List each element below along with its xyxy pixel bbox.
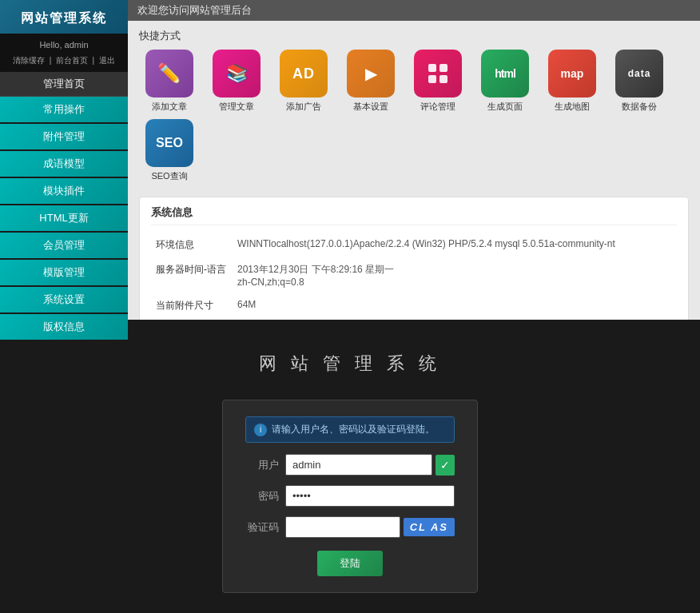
- sysinfo-env-label: 环境信息: [153, 233, 233, 257]
- sidebar-item-copyright[interactable]: 版权信息: [0, 314, 128, 340]
- quick-data-backup[interactable]: data 数据备份: [609, 50, 670, 113]
- sidebar-item-attachment[interactable]: 附件管理: [0, 124, 128, 149]
- sidebar-item-model[interactable]: 成语模型: [0, 151, 128, 177]
- sysinfo-section: 系统信息 环境信息 WINNTlocalhost(127.0.0.1)Apach…: [139, 197, 689, 320]
- sidebar-item-member[interactable]: 会员管理: [0, 233, 128, 258]
- manage-article-icon: 📚: [213, 50, 261, 98]
- login-captcha-field: 验证码 CL AS: [245, 516, 455, 538]
- sidebar: 网站管理系统 Hello, admin 清除缓存 | 前台首页 | 退出 管理首…: [0, 0, 128, 320]
- basic-settings-icon: ▶: [347, 50, 395, 98]
- sidebar-item-settings[interactable]: 系统设置: [0, 287, 128, 312]
- seo-icon: SEO: [145, 119, 193, 167]
- sysinfo-env-value: WINNTlocalhost(127.0.0.1)Apache/2.2.4 (W…: [234, 233, 675, 257]
- quick-manage-article[interactable]: 📚 管理文章: [206, 50, 267, 113]
- sidebar-user: Hello, admin 清除缓存 | 前台首页 | 退出: [0, 34, 128, 72]
- quick-icons-grid: ✏️ 添加文章 📚 管理文章 AD 添加广告: [139, 50, 689, 182]
- quick-access: 快捷方式 ✏️ 添加文章 📚 管理文章: [128, 21, 700, 190]
- gen-map-icon: map: [548, 50, 596, 98]
- quick-access-title: 快捷方式: [139, 29, 689, 43]
- sysinfo-time-label: 服务器时间-语言: [153, 258, 233, 293]
- clear-cache-link[interactable]: 清除缓存: [13, 56, 45, 65]
- quick-seo[interactable]: SEO SEO查询: [139, 119, 200, 182]
- gen-pages-icon: html: [481, 50, 529, 98]
- quick-gen-map[interactable]: map 生成地图: [542, 50, 603, 113]
- login-button[interactable]: 登陆: [317, 551, 383, 576]
- username-check-icon: ✓: [436, 455, 455, 476]
- sysinfo-size-value: 64M: [234, 294, 675, 317]
- sidebar-item-common[interactable]: 常用操作: [0, 97, 128, 122]
- sidebar-nav: 常用操作 附件管理 成语模型 模块插件 HTML更新 会员管理 模版管理 系统设…: [0, 97, 128, 340]
- data-backup-icon: data: [615, 50, 663, 98]
- sidebar-title: 网站管理系统: [0, 0, 128, 34]
- quick-basic-settings[interactable]: ▶ 基本设置: [340, 50, 401, 113]
- sysinfo-size-label: 当前附件尺寸: [153, 294, 233, 317]
- username-input-wrap: ✓: [285, 454, 455, 476]
- add-article-label: 添加文章: [152, 101, 187, 113]
- password-input[interactable]: [285, 485, 455, 507]
- frontend-link[interactable]: 前台首页: [56, 56, 88, 65]
- sysinfo-row-time: 服务器时间-语言 2013年12月30日 下午8:29:16 星期一 zh-CN…: [153, 258, 675, 293]
- captcha-input[interactable]: [285, 516, 400, 538]
- login-alert: i 请输入用户名、密码以及验证码登陆。: [245, 416, 455, 443]
- sysinfo-row-size: 当前附件尺寸 64M: [153, 294, 675, 317]
- comments-label: 评论管理: [420, 101, 455, 113]
- sysinfo-time-value: 2013年12月30日 下午8:29:16 星期一 zh-CN,zh;q=0.8: [234, 258, 675, 293]
- login-box: i 请输入用户名、密码以及验证码登陆。 用户 ✓ 密码 验证码 CL AS: [222, 400, 478, 593]
- sidebar-item-html[interactable]: HTML更新: [0, 205, 128, 231]
- sysinfo-row-env: 环境信息 WINNTlocalhost(127.0.0.1)Apache/2.2…: [153, 233, 675, 257]
- welcome-bar: 欢迎您访问网站管理后台: [128, 0, 700, 21]
- basic-settings-label: 基本设置: [353, 101, 388, 113]
- login-username-field: 用户 ✓: [245, 454, 455, 476]
- user-hello: Hello, admin: [8, 38, 120, 53]
- sidebar-item-plugin[interactable]: 模块插件: [0, 178, 128, 204]
- password-label: 密码: [245, 489, 285, 504]
- sidebar-item-template[interactable]: 模版管理: [0, 260, 128, 285]
- quick-gen-pages[interactable]: html 生成页面: [475, 50, 535, 113]
- comments-icon: [414, 50, 462, 98]
- sidebar-home-item[interactable]: 管理首页: [0, 72, 128, 97]
- captcha-label: 验证码: [245, 520, 285, 535]
- manage-article-label: 管理文章: [219, 101, 254, 113]
- username-input[interactable]: [285, 454, 432, 476]
- add-ad-icon: AD: [280, 50, 328, 98]
- login-password-field: 密码: [245, 485, 455, 507]
- password-input-wrap: [285, 485, 455, 507]
- login-alert-text: 请输入用户名、密码以及验证码登陆。: [272, 423, 435, 436]
- add-ad-label: 添加广告: [286, 101, 321, 113]
- gen-pages-label: 生成页面: [487, 101, 523, 113]
- quick-comments[interactable]: 评论管理: [408, 50, 468, 113]
- sysinfo-table: 环境信息 WINNTlocalhost(127.0.0.1)Apache/2.2…: [151, 232, 677, 319]
- main-content: 欢迎您访问网站管理后台 快捷方式 ✏️ 添加文章 📚 管理文章: [128, 0, 700, 320]
- data-backup-label: 数据备份: [622, 101, 657, 113]
- logout-link[interactable]: 退出: [99, 56, 115, 65]
- captcha-image[interactable]: CL AS: [404, 518, 455, 536]
- sysinfo-title: 系统信息: [151, 205, 677, 225]
- login-title: 网 站 管 理 系 统: [259, 352, 442, 376]
- quick-add-article[interactable]: ✏️ 添加文章: [139, 50, 200, 113]
- alert-icon: i: [254, 424, 267, 436]
- captcha-input-wrap: CL AS: [285, 516, 455, 538]
- username-label: 用户: [245, 458, 285, 472]
- login-btn-wrap: 登陆: [245, 551, 455, 576]
- login-section: 网 站 管 理 系 统 i 请输入用户名、密码以及验证码登陆。 用户 ✓ 密码 …: [0, 320, 700, 613]
- seo-label: SEO查询: [151, 170, 187, 182]
- add-article-icon: ✏️: [145, 50, 193, 98]
- quick-add-ad[interactable]: AD 添加广告: [273, 50, 334, 113]
- gen-map-label: 生成地图: [555, 101, 590, 113]
